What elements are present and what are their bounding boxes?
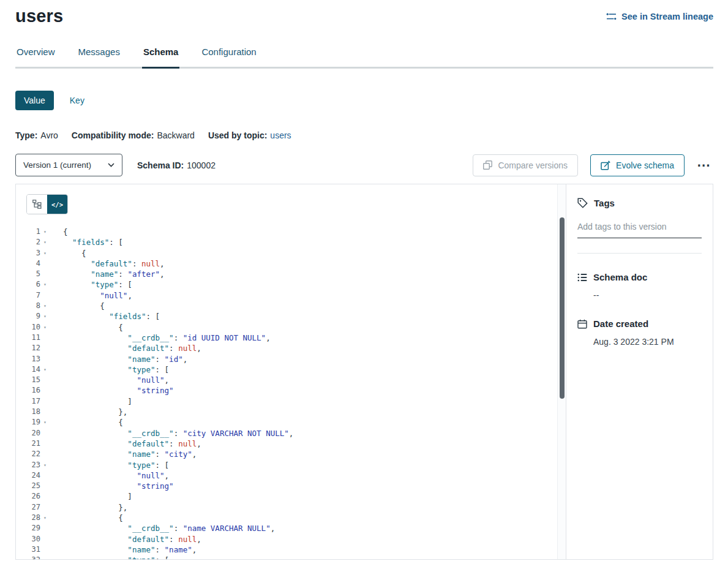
schema-meta-row: Type:Avro Compatibility mode:Backward Us… [15,130,713,140]
line-number: 14 [24,364,40,375]
version-select[interactable]: Version 1 (current) [15,154,122,176]
code-line-18: 18 }, [24,407,566,417]
fold-spacer [40,544,50,555]
compare-versions-button[interactable]: Compare versions [473,154,578,176]
code-text: "default": null, [63,439,201,449]
tab-messages[interactable]: Messages [77,47,121,67]
chevron-down-icon [108,163,114,167]
fold-toggle-icon[interactable]: ▾ [40,248,50,258]
code-line-31: 31 "name": "name", [24,544,566,555]
fold-toggle-icon[interactable]: ▾ [40,237,50,247]
line-number: 3 [24,248,40,258]
fold-toggle-icon[interactable]: ▾ [40,460,50,470]
editor-view-toggle: </> [26,194,68,214]
tags-input[interactable] [577,218,702,238]
tree-view-button[interactable] [27,195,47,214]
code-line-24: 24 "null", [24,470,566,481]
value-key-toggle: Value Key [15,91,713,110]
line-number: 2 [24,237,40,247]
more-options-button[interactable]: ⋯ [694,159,713,172]
fold-spacer [40,439,50,449]
line-number: 5 [24,269,40,279]
fold-spacer [40,290,50,301]
code-line-28: 28▾ { [24,513,566,523]
code-text: "type": [ [63,364,169,375]
line-number: 8 [24,301,40,311]
fold-spacer [40,407,50,417]
compatibility-label: Compatibility mode: [72,130,154,140]
code-line-5: 5 "name": "after", [24,269,566,279]
schema-sidebar: Tags Schema doc -- [566,184,713,559]
code-line-17: 17 ] [24,396,566,407]
code-text: "name": "city", [63,449,197,459]
code-text: "null", [63,375,169,385]
line-number: 28 [24,513,40,523]
code-text: ] [63,491,132,502]
code-line-22: 22 "name": "city", [24,449,566,459]
evolve-schema-button[interactable]: Evolve schema [590,154,685,176]
fold-toggle-icon[interactable]: ▾ [40,364,50,375]
fold-spacer [40,333,50,343]
stream-lineage-link[interactable]: See in Stream lineage [606,12,713,21]
schema-id: Schema ID:100002 [137,160,216,170]
fold-toggle-icon[interactable]: ▾ [40,311,50,322]
line-number: 31 [24,544,40,555]
tab-overview[interactable]: Overview [15,47,56,67]
type-meta: Type:Avro [15,130,58,140]
code-text: { [63,227,68,237]
code-text: { [63,417,123,427]
edit-schema-icon [601,160,610,170]
compatibility-meta: Compatibility mode:Backward [72,130,195,140]
fold-toggle-icon[interactable]: ▾ [40,227,50,237]
line-number: 7 [24,290,40,301]
code-line-15: 15 "null", [24,375,566,385]
code-text: "type": [ [63,555,169,559]
fold-spacer [40,375,50,385]
line-number: 27 [24,502,40,513]
schema-id-label: Schema ID: [137,160,184,170]
code-text: "name": "id", [63,354,187,364]
code-view-button[interactable]: </> [47,195,67,214]
code-line-19: 19▾ { [24,417,566,427]
fold-toggle-icon[interactable]: ▾ [40,417,50,427]
line-number: 19 [24,417,40,427]
code-line-2: 2▾ "fields": [ [24,237,566,247]
fold-spacer [40,481,50,491]
schema-panel: </> 1▾{2▾ "fields": [3▾ {4 "default": nu… [15,184,713,560]
code-text: "default": null, [63,258,165,269]
tab-schema[interactable]: Schema [142,47,180,69]
code-line-13: 13 "name": "id", [24,354,566,364]
code-text: "string" [63,385,174,396]
line-number: 32 [24,555,40,559]
line-number: 24 [24,470,40,481]
fold-toggle-icon[interactable]: ▾ [40,322,50,333]
schema-toolbar: Version 1 (current) Schema ID:100002 Com… [15,154,713,176]
code-text: "name": "after", [63,269,165,279]
topic-link[interactable]: users [270,130,291,140]
code-line-27: 27 }, [24,502,566,513]
fold-toggle-icon[interactable]: ▾ [40,555,50,559]
editor-scrollbar-thumb[interactable] [560,217,565,399]
type-label: Type: [15,130,37,140]
line-number: 25 [24,481,40,491]
code-text: "type": [ [63,279,132,290]
fold-spacer [40,385,50,396]
code-text: }, [63,502,127,513]
code-line-9: 9▾ "fields": [ [24,311,566,322]
tags-section: Tags [577,198,702,254]
tab-configuration[interactable]: Configuration [200,47,257,67]
fold-toggle-icon[interactable]: ▾ [40,513,50,523]
value-toggle-button[interactable]: Value [15,91,54,110]
code-text: { [63,322,123,333]
editor-scrollbar[interactable] [557,184,566,559]
fold-toggle-icon[interactable]: ▾ [40,301,50,311]
fold-toggle-icon[interactable]: ▾ [40,279,50,290]
key-toggle-button[interactable]: Key [70,96,84,105]
version-select-value: Version 1 (current) [23,160,91,170]
code-line-11: 11 "__crdb__": "id UUID NOT NULL", [24,333,566,343]
code-line-30: 30 "default": null, [24,534,566,544]
tab-bar: OverviewMessagesSchemaConfiguration [15,47,713,69]
line-number: 20 [24,428,40,439]
date-created-heading: Date created [577,318,702,329]
code-text: { [63,301,105,311]
